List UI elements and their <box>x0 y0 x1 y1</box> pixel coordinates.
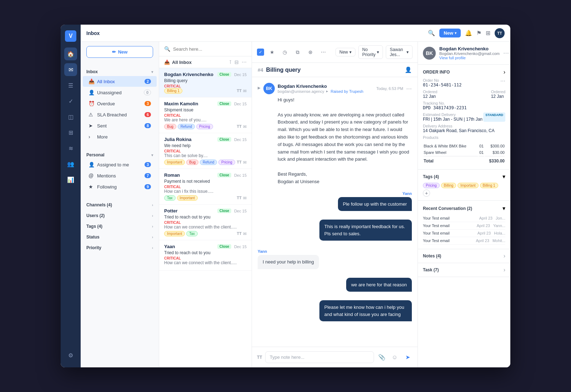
nav-inbox[interactable]: ✉ <box>64 63 77 76</box>
tag-pricing-1[interactable]: Pricing <box>196 124 213 129</box>
sidebar-item-more[interactable]: › More <box>83 131 157 142</box>
tag-pricing-panel[interactable]: Pricing <box>423 183 440 188</box>
inbox-section-label[interactable]: Inbox ▾ <box>81 68 159 76</box>
tags-label[interactable]: Tags (4) › <box>81 222 159 230</box>
sidebar-item-assigned-to-me[interactable]: 👤 Assigned to me 3 <box>83 159 157 170</box>
tag-pricing-2[interactable]: Pricing <box>218 160 235 165</box>
badge-all-inbox: 2 <box>145 79 151 84</box>
nav-bank[interactable]: ⊞ <box>64 126 77 139</box>
conv-item-4[interactable]: Potter Close Dec 15 Tried to reach out t… <box>159 205 252 240</box>
tag-important-4[interactable]: Important <box>164 231 185 236</box>
grid-icon[interactable]: ⊞ <box>486 30 490 36</box>
filter-icon[interactable]: ⊺ <box>229 59 232 65</box>
recent-conv-item-2[interactable]: Your Test email April 23 Hola... <box>423 230 505 237</box>
order-info-header[interactable]: ORDER INFO › <box>423 69 505 75</box>
priority-label[interactable]: Priority › <box>81 244 159 252</box>
tag-important-3[interactable]: Important <box>177 195 198 201</box>
send-icon[interactable]: ➤ <box>403 352 413 362</box>
nav-tasks[interactable]: ✓ <box>64 95 77 107</box>
sidebar-item-mentions[interactable]: @ Mentions 7 <box>83 170 157 181</box>
reply-input[interactable] <box>265 351 374 363</box>
conv-preview-2: This can be solve by.... <box>164 153 247 158</box>
nav-users[interactable]: 👥 <box>64 157 77 170</box>
sidebar-item-following[interactable]: ★ Following 9 <box>83 181 157 192</box>
more-button[interactable]: ⋯ <box>318 47 328 57</box>
sidebar-item-all-inbox[interactable]: 📥 All Inbox 2 <box>83 76 157 87</box>
conv-item-1[interactable]: Maxim Kamolin Close Dec 15 Shipment issu… <box>159 97 252 133</box>
notification-bell-icon[interactable]: 🔔 <box>465 30 472 36</box>
recent-conv-header[interactable]: Recent Conversation (2) ▾ <box>423 205 505 212</box>
more-options-icon[interactable]: ⋯ <box>242 59 247 65</box>
tag-refund-2[interactable]: Refund <box>200 160 217 165</box>
status-dropdown[interactable]: New ▾ <box>335 48 355 56</box>
contact-more-icon[interactable]: ⋯ <box>503 50 509 56</box>
sidebar-item-overdue[interactable]: ⏰ Overdue 3 <box>83 98 157 109</box>
notes-section[interactable]: Notes (4) › <box>418 249 510 263</box>
recent-conv-item-0[interactable]: Your Test email April 23 Jon... <box>423 215 505 222</box>
conv-name-4: Potter <box>164 208 178 213</box>
select-checkbox[interactable]: ✓ <box>257 49 264 56</box>
app-logo[interactable]: V <box>65 30 76 42</box>
tag-billing1-panel[interactable]: Billing 1 <box>480 183 498 188</box>
conv-name-1: Maxim Kamolin <box>164 101 198 106</box>
message-more-icon-0[interactable]: ⋯ <box>406 85 412 92</box>
nav-chart[interactable]: 📊 <box>64 173 77 186</box>
new-conversation-button[interactable]: ✏ New <box>86 46 153 58</box>
assign-person-icon[interactable]: 👤 <box>405 66 412 73</box>
contact-name: Bogdan Krivenchenko <box>439 46 500 51</box>
clock-button[interactable]: ◷ <box>280 47 290 57</box>
nav-layers[interactable]: ◫ <box>64 110 77 123</box>
tag-billing-1[interactable]: Billing 1 <box>164 88 182 94</box>
tag-add-button[interactable]: + <box>423 190 430 197</box>
nav-home[interactable]: 🏠 <box>64 47 77 60</box>
flag-icon[interactable]: ⚑ <box>476 30 481 36</box>
conv-name-0: Bogdan Krivenchenko <box>164 72 213 77</box>
tag-important-panel[interactable]: Important <box>458 183 478 188</box>
tasks-section[interactable]: Task (7) › <box>418 263 510 277</box>
priority-dropdown[interactable]: No Priority ▾ <box>358 45 383 59</box>
sidebar-item-sla-breached[interactable]: ⚠ SLA Breached 6 <box>83 109 157 120</box>
conv-item-3[interactable]: Roman Close Dec 15 Payment is not receiv… <box>159 169 252 205</box>
tag-important-2[interactable]: Important <box>164 160 185 165</box>
sidebar: ✏ New Inbox ▾ 📥 All Inbox 2 👤 <box>81 42 159 367</box>
recent-conv-item-3[interactable]: Your Test email April 23 Mohit... <box>423 237 505 245</box>
search-input[interactable] <box>173 46 247 52</box>
tag-bug-1[interactable]: Bug <box>164 124 176 129</box>
nav-contacts[interactable]: ☰ <box>64 79 77 92</box>
tag-billing-panel[interactable]: Billing <box>441 183 456 188</box>
channels-label[interactable]: Channels (4) › <box>81 201 159 209</box>
columns-icon[interactable]: ⊟ <box>234 59 239 65</box>
sidebar-item-unassigned[interactable]: 👤 Unassigned 0 <box>83 87 157 98</box>
tag-tax-3[interactable]: Tax <box>164 195 176 201</box>
search-icon[interactable]: 🔍 <box>428 30 435 36</box>
conv-priority-3: CRITICAL <box>164 185 247 189</box>
user-avatar[interactable]: TT <box>495 28 505 38</box>
sidebar-item-sent[interactable]: ➤ Sent 8 <box>83 120 157 131</box>
recent-conv-item-1[interactable]: Your Test email April 23 Yann... <box>423 222 505 230</box>
assignee-dropdown[interactable]: Sawan Jes... ▾ <box>386 45 413 59</box>
sender-name-0: Bogdan Krivenchenko <box>278 84 363 89</box>
nav-settings[interactable]: ⚙ <box>64 349 77 362</box>
users-label[interactable]: Users (2) › <box>81 212 159 220</box>
conv-item-2[interactable]: Julia Rokina Close Dec 15 We need help C… <box>159 133 252 169</box>
order-more-icon[interactable]: ⋯ <box>500 78 505 87</box>
tag-refund-1[interactable]: Refund <box>178 124 195 129</box>
tag-button[interactable]: ⊛ <box>305 47 315 57</box>
view-profile-link[interactable]: View full profile <box>439 56 500 60</box>
paperclip-icon[interactable]: 📎 <box>377 352 387 362</box>
emoji-icon[interactable]: ☺ <box>390 352 400 362</box>
tags-header[interactable]: Tags (4) ▾ <box>423 173 505 180</box>
expand-icon-0[interactable]: ▸ <box>258 84 261 91</box>
tag-tax-4[interactable]: Tax <box>186 231 198 236</box>
conv-item-5[interactable]: Yaan Close Dec 15 Tried to reach out to … <box>159 240 252 271</box>
star-button[interactable]: ★ <box>267 47 277 57</box>
conv-item-0[interactable]: Bogdan Krivenchenko Close Dec 15 Billing… <box>159 68 252 97</box>
tag-bug-2[interactable]: Bug <box>186 160 198 165</box>
copy-button[interactable]: ⧉ <box>293 47 303 57</box>
status-label[interactable]: Status › <box>81 233 159 241</box>
nav-wifi[interactable]: ≋ <box>64 142 77 155</box>
raised-by-0[interactable]: Raised by Trupesh <box>330 89 363 94</box>
badge-sent: 8 <box>145 123 151 128</box>
personal-section-label[interactable]: Personal ▾ <box>81 151 159 159</box>
header-new-button[interactable]: New ▾ <box>439 29 461 37</box>
